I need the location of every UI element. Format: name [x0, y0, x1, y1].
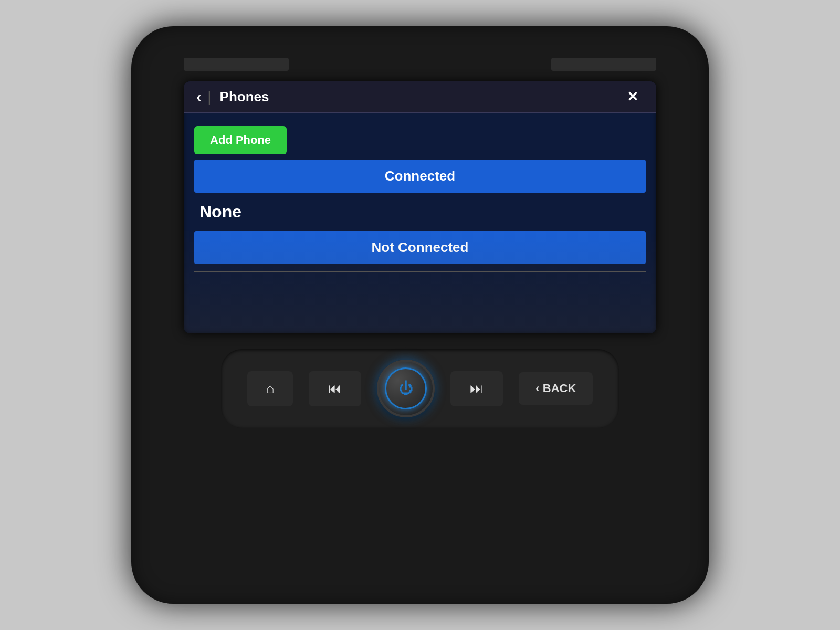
add-phone-button[interactable]: Add Phone	[194, 126, 287, 154]
screen-content: Add Phone Connected None Not Connected	[184, 113, 656, 285]
power-icon: ⏻	[398, 381, 413, 396]
next-icon: ⏭	[470, 381, 484, 397]
none-row[interactable]: None	[194, 193, 646, 231]
top-vents	[163, 58, 677, 71]
back-label: ‹ BACK	[536, 382, 576, 395]
back-arrow-button[interactable]: ‹	[196, 89, 201, 106]
power-knob[interactable]: ⏻	[377, 360, 435, 417]
not-connected-row[interactable]: Not Connected	[194, 231, 646, 264]
screen-header: ‹ | Phones ✕	[184, 81, 656, 113]
bottom-divider-line	[194, 271, 646, 272]
vent-left	[184, 58, 289, 71]
back-button[interactable]: ‹ BACK	[519, 372, 593, 405]
infotainment-screen: ‹ | Phones ✕ Add Phone Connected None No…	[184, 81, 656, 333]
car-infotainment-unit: ‹ | Phones ✕ Add Phone Connected None No…	[131, 26, 709, 604]
home-icon: ⌂	[266, 381, 275, 396]
vent-right	[551, 58, 656, 71]
close-button[interactable]: ✕	[622, 87, 644, 107]
prev-button[interactable]: ⏮	[309, 371, 361, 406]
power-ring: ⏻	[385, 368, 427, 410]
header-divider: |	[207, 89, 211, 106]
home-button[interactable]: ⌂	[247, 371, 293, 406]
physical-controls: ⌂ ⏮ ⏻ ⏭ ‹ BACK	[221, 349, 620, 428]
prev-icon: ⏮	[328, 381, 342, 397]
next-button[interactable]: ⏭	[450, 371, 503, 406]
connected-row[interactable]: Connected	[194, 160, 646, 193]
screen-title: Phones	[220, 89, 622, 105]
